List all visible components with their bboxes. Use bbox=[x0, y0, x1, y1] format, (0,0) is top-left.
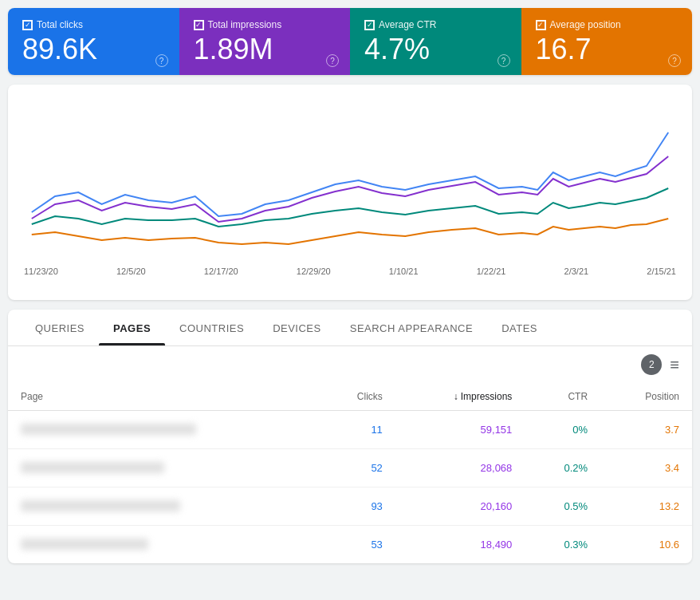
sort-arrow-icon: ↓ bbox=[454, 391, 458, 402]
metric-average-position[interactable]: ✓ Average position 16.7 ? bbox=[521, 8, 693, 75]
cell-position-3: 13.2 bbox=[600, 488, 692, 526]
tab-search-appearance[interactable]: SEARCH APPEARANCE bbox=[336, 310, 487, 345]
cell-impressions-1: 59,151 bbox=[395, 411, 525, 449]
table-row: 93 20,160 0.5% 13.2 bbox=[8, 488, 692, 526]
filter-count-badge[interactable]: 2 bbox=[641, 354, 662, 375]
cell-ctr-1: 0% bbox=[525, 411, 600, 449]
table-row: 11 59,151 0% 3.7 bbox=[8, 411, 692, 449]
chart-date-3: 12/17/20 bbox=[204, 266, 238, 276]
cell-position-4: 10.6 bbox=[600, 526, 692, 564]
tab-devices[interactable]: DEVICES bbox=[258, 310, 336, 345]
cell-clicks-2: 52 bbox=[317, 449, 395, 488]
cell-position-2: 3.4 bbox=[600, 449, 692, 488]
cell-clicks-3: 93 bbox=[317, 488, 395, 526]
cell-ctr-4: 0.3% bbox=[525, 526, 600, 564]
chart-date-1: 11/23/20 bbox=[24, 266, 58, 276]
help-icon-ctr[interactable]: ? bbox=[497, 54, 510, 67]
cell-impressions-3: 20,160 bbox=[395, 488, 525, 526]
chart-card: 11/23/20 12/5/20 12/17/20 12/29/20 1/10/… bbox=[8, 85, 692, 300]
blurred-url-1 bbox=[21, 424, 196, 435]
table-row: 52 28,068 0.2% 3.4 bbox=[8, 449, 692, 488]
help-icon-impressions[interactable]: ? bbox=[326, 54, 339, 67]
cell-position-1: 3.7 bbox=[600, 411, 692, 449]
cell-page-2 bbox=[8, 449, 317, 488]
metric-value-impressions: 1.89M bbox=[194, 35, 336, 64]
blurred-url-3 bbox=[21, 500, 180, 511]
cell-clicks-4: 53 bbox=[317, 526, 395, 564]
metric-value-ctr: 4.7% bbox=[364, 35, 507, 64]
chart-date-8: 2/15/21 bbox=[647, 266, 676, 276]
table-card: QUERIES PAGES COUNTRIES DEVICES SEARCH A… bbox=[8, 310, 692, 563]
metric-label-impressions: ✓ Total impressions bbox=[194, 19, 336, 30]
table-body: 11 59,151 0% 3.7 52 28,068 0.2% 3.4 bbox=[8, 411, 692, 564]
checkbox-clicks: ✓ bbox=[22, 20, 33, 30]
checkbox-position: ✓ bbox=[536, 20, 546, 30]
metric-label-ctr: ✓ Average CTR bbox=[364, 19, 507, 30]
table-controls: 2 ≡ bbox=[8, 346, 692, 383]
metric-label-position: ✓ Average position bbox=[536, 19, 678, 30]
col-header-clicks[interactable]: Clicks bbox=[317, 383, 395, 411]
col-header-impressions[interactable]: ↓Impressions bbox=[395, 383, 525, 411]
metric-label-clicks: ✓ Total clicks bbox=[22, 19, 165, 30]
checkbox-impressions: ✓ bbox=[194, 20, 204, 30]
metric-total-clicks[interactable]: ✓ Total clicks 89.6K ? bbox=[8, 8, 179, 75]
cell-page-1 bbox=[8, 411, 317, 449]
blurred-url-2 bbox=[21, 462, 164, 473]
chart-date-2: 12/5/20 bbox=[116, 266, 146, 276]
metric-value-position: 16.7 bbox=[536, 35, 678, 64]
chart-svg bbox=[24, 101, 676, 260]
filter-icon[interactable]: ≡ bbox=[670, 356, 679, 374]
tab-pages[interactable]: PAGES bbox=[99, 310, 165, 345]
col-header-position[interactable]: Position bbox=[600, 383, 692, 411]
cell-page-3 bbox=[8, 488, 317, 526]
metric-total-impressions[interactable]: ✓ Total impressions 1.89M ? bbox=[179, 8, 351, 75]
blurred-url-4 bbox=[21, 539, 148, 550]
cell-clicks-1: 11 bbox=[317, 411, 395, 449]
chart-date-7: 2/3/21 bbox=[564, 266, 589, 276]
tab-countries[interactable]: COUNTRIES bbox=[165, 310, 258, 345]
cell-impressions-2: 28,068 bbox=[395, 449, 525, 488]
checkbox-ctr: ✓ bbox=[364, 20, 375, 30]
table-row: 53 18,490 0.3% 10.6 bbox=[8, 526, 692, 564]
line-chart bbox=[24, 101, 676, 260]
chart-date-4: 12/29/20 bbox=[297, 266, 331, 276]
tabs-row: QUERIES PAGES COUNTRIES DEVICES SEARCH A… bbox=[8, 310, 692, 346]
tab-dates[interactable]: DATES bbox=[487, 310, 552, 345]
cell-page-4 bbox=[8, 526, 317, 564]
metrics-row: ✓ Total clicks 89.6K ? ✓ Total impressio… bbox=[8, 8, 692, 75]
metric-average-ctr[interactable]: ✓ Average CTR 4.7% ? bbox=[350, 8, 521, 75]
table-header-row: Page Clicks ↓Impressions CTR Position bbox=[8, 383, 692, 411]
cell-ctr-2: 0.2% bbox=[525, 449, 600, 488]
help-icon-position[interactable]: ? bbox=[668, 54, 681, 67]
col-header-page[interactable]: Page bbox=[8, 383, 317, 411]
cell-impressions-4: 18,490 bbox=[395, 526, 525, 564]
data-table: Page Clicks ↓Impressions CTR Position 11… bbox=[8, 383, 692, 563]
cell-ctr-3: 0.5% bbox=[525, 488, 600, 526]
chart-date-6: 1/22/21 bbox=[477, 266, 506, 276]
tab-queries[interactable]: QUERIES bbox=[21, 310, 99, 345]
chart-dates: 11/23/20 12/5/20 12/17/20 12/29/20 1/10/… bbox=[24, 260, 676, 276]
metric-value-clicks: 89.6K bbox=[22, 35, 165, 64]
col-header-ctr[interactable]: CTR bbox=[525, 383, 600, 411]
chart-date-5: 1/10/21 bbox=[389, 266, 419, 276]
help-icon-clicks[interactable]: ? bbox=[155, 54, 168, 67]
